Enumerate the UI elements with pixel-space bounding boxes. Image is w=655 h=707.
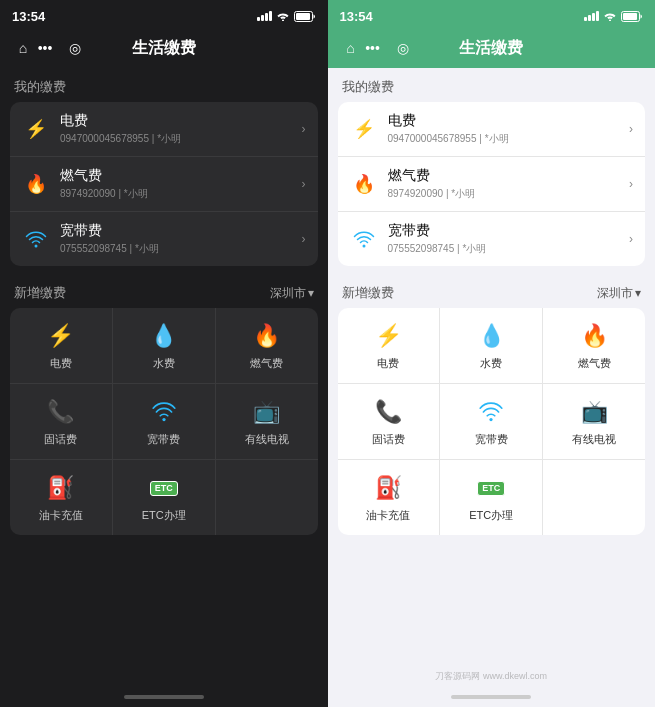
electric-icon-light: ⚡: [350, 115, 378, 143]
grid-tv-dark[interactable]: 📺 有线电视: [215, 384, 318, 459]
my-bills-label-light: 我的缴费: [328, 68, 656, 102]
svg-point-7: [490, 418, 493, 421]
grid-phone-light[interactable]: 📞 固话费: [338, 384, 440, 459]
nav-right-dark: ••• ◎: [34, 37, 86, 59]
settings-icon-dark[interactable]: ◎: [64, 37, 86, 59]
broadband-name-dark: 宽带费: [60, 222, 302, 240]
city-selector-light[interactable]: 深圳市 ▾: [597, 285, 641, 302]
grid-broadband-dark[interactable]: 宽带费: [112, 384, 215, 459]
grid-tv-icon-dark: 📺: [251, 396, 283, 428]
electric-sub-dark: 0947000045678955 | *小明: [60, 132, 302, 146]
broadband-sub-light: 075552098745 | *小明: [388, 242, 630, 256]
grid-phone-dark[interactable]: 📞 固话费: [10, 384, 112, 459]
grid-electric-label-light: 电费: [377, 356, 399, 371]
broadband-name-light: 宽带费: [388, 222, 630, 240]
grid-etc-icon-light: ETC: [475, 472, 507, 504]
wifi-status-icon-dark: [276, 11, 290, 21]
grid-water-icon-dark: 💧: [148, 320, 180, 352]
my-bills-card-dark: ⚡ 电费 0947000045678955 | *小明 › 🔥 燃气费 8974…: [10, 102, 318, 266]
grid-phone-icon-dark: 📞: [45, 396, 77, 428]
bill-item-broadband-dark[interactable]: 宽带费 075552098745 | *小明 ›: [10, 211, 318, 266]
grid-tv-light[interactable]: 📺 有线电视: [542, 384, 645, 459]
electric-icon-dark: ⚡: [22, 115, 50, 143]
electric-sub-light: 0947000045678955 | *小明: [388, 132, 630, 146]
bill-item-gas-light[interactable]: 🔥 燃气费 8974920090 | *小明 ›: [338, 156, 646, 211]
home-bar-dark: [124, 695, 204, 699]
status-bar-dark: 13:54: [0, 0, 328, 28]
grid-electric-icon-light: ⚡: [372, 320, 404, 352]
bill-item-broadband-light[interactable]: 宽带费 075552098745 | *小明 ›: [338, 211, 646, 266]
more-icon-light[interactable]: •••: [362, 37, 384, 59]
gas-icon-dark: 🔥: [22, 170, 50, 198]
gas-name-dark: 燃气费: [60, 167, 302, 185]
grid-water-dark[interactable]: 💧 水费: [112, 308, 215, 383]
home-icon-light[interactable]: ⌂: [340, 37, 362, 59]
more-icon-dark[interactable]: •••: [34, 37, 56, 59]
grid-tv-icon-light: 📺: [578, 396, 610, 428]
nav-bar-light: ⌂ 生活缴费 ••• ◎: [328, 28, 656, 68]
new-bills-label-light: 新增缴费: [342, 284, 394, 302]
grid-row-3-dark: ⛽ 油卡充值 ETC ETC办理: [10, 459, 318, 535]
grid-water-label-light: 水费: [480, 356, 502, 371]
bill-item-electric-dark[interactable]: ⚡ 电费 0947000045678955 | *小明 ›: [10, 102, 318, 156]
grid-fuel-label-light: 油卡充值: [366, 508, 410, 523]
grid-empty-dark: [215, 460, 318, 535]
grid-electric-dark[interactable]: ⚡ 电费: [10, 308, 112, 383]
broadband-sub-dark: 075552098745 | *小明: [60, 242, 302, 256]
settings-icon-light[interactable]: ◎: [392, 37, 414, 59]
grid-phone-icon-light: 📞: [372, 396, 404, 428]
broadband-icon-dark: [22, 225, 50, 253]
nav-title-dark: 生活缴费: [132, 38, 196, 59]
svg-rect-5: [623, 13, 637, 20]
status-time-dark: 13:54: [12, 9, 45, 24]
grid-etc-icon-dark: ETC: [148, 472, 180, 504]
grid-row-3-light: ⛽ 油卡充值 ETC ETC办理: [338, 459, 646, 535]
chevron-light-0: ›: [629, 122, 633, 136]
my-bills-card-light: ⚡ 电费 0947000045678955 | *小明 › 🔥 燃气费 8974…: [338, 102, 646, 266]
grid-fuel-light[interactable]: ⛽ 油卡充值: [338, 460, 440, 535]
grid-gas-icon-dark: 🔥: [251, 320, 283, 352]
watermark: 刀客源码网 www.dkewl.com: [435, 670, 547, 683]
grid-gas-icon-light: 🔥: [578, 320, 610, 352]
chevron-dark-0: ›: [302, 122, 306, 136]
home-bar-light: [451, 695, 531, 699]
grid-water-label-dark: 水费: [153, 356, 175, 371]
bill-item-gas-dark[interactable]: 🔥 燃气费 8974920090 | *小明 ›: [10, 156, 318, 211]
home-icon-dark[interactable]: ⌂: [12, 37, 34, 59]
grid-electric-light[interactable]: ⚡ 电费: [338, 308, 440, 383]
nav-left-light: ⌂: [340, 37, 362, 59]
city-selector-dark[interactable]: 深圳市 ▾: [270, 285, 314, 302]
grid-gas-dark[interactable]: 🔥 燃气费: [215, 308, 318, 383]
grid-row-1-light: ⚡ 电费 💧 水费 🔥 燃气费: [338, 308, 646, 383]
chevron-dark-2: ›: [302, 232, 306, 246]
grid-phone-label-light: 固话费: [372, 432, 405, 447]
grid-fuel-dark[interactable]: ⛽ 油卡充值: [10, 460, 112, 535]
chevron-light-2: ›: [629, 232, 633, 246]
status-icons-light: [584, 11, 643, 22]
gas-icon-light: 🔥: [350, 170, 378, 198]
gas-sub-light: 8974920090 | *小明: [388, 187, 630, 201]
grid-row-1-dark: ⚡ 电费 💧 水费 🔥 燃气费: [10, 308, 318, 383]
grid-electric-label-dark: 电费: [50, 356, 72, 371]
new-bills-label-dark: 新增缴费: [14, 284, 66, 302]
electric-name-dark: 电费: [60, 112, 302, 130]
bill-item-electric-light[interactable]: ⚡ 电费 0947000045678955 | *小明 ›: [338, 102, 646, 156]
grid-phone-label-dark: 固话费: [44, 432, 77, 447]
grid-etc-dark[interactable]: ETC ETC办理: [112, 460, 215, 535]
grid-broadband-label-light: 宽带费: [475, 432, 508, 447]
grid-empty-light: [542, 460, 645, 535]
svg-rect-1: [296, 13, 310, 20]
status-icons-dark: [257, 11, 316, 22]
signal-icon-dark: [257, 11, 272, 21]
grid-gas-light[interactable]: 🔥 燃气费: [542, 308, 645, 383]
grid-fuel-icon-dark: ⛽: [45, 472, 77, 504]
grid-broadband-light[interactable]: 宽带费: [439, 384, 542, 459]
grid-water-light[interactable]: 💧 水费: [439, 308, 542, 383]
grid-tv-label-dark: 有线电视: [245, 432, 289, 447]
grid-gas-label-light: 燃气费: [578, 356, 611, 371]
grid-etc-light[interactable]: ETC ETC办理: [439, 460, 542, 535]
new-bills-grid-light: ⚡ 电费 💧 水费 🔥 燃气费 📞 固话费: [338, 308, 646, 535]
broadband-icon-light: [350, 225, 378, 253]
gas-sub-dark: 8974920090 | *小明: [60, 187, 302, 201]
grid-water-icon-light: 💧: [475, 320, 507, 352]
